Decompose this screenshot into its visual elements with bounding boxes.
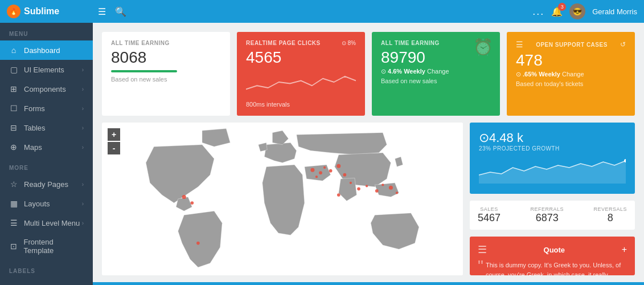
sidebar-item-maps[interactable]: ⊕ Maps ›	[0, 137, 93, 157]
stat-badge-2: ⊙ 8%	[342, 40, 356, 46]
metrics-row: SALES 5467 REFERRALS 6873 REVERSALS 8	[470, 201, 635, 230]
user-name: Gerald Morris	[592, 7, 637, 16]
sidebar-item-multi-level-menu[interactable]: ☰ Multi Level Menu ›	[0, 213, 93, 233]
sidebar-item-frontend-template[interactable]: ⊡ Frontend Template	[0, 233, 93, 260]
growth-value: ⊙4.48 k	[479, 131, 626, 145]
sidebar-label-components: Components	[24, 85, 66, 93]
refresh-icon[interactable]: ↺	[620, 40, 626, 48]
svg-point-8	[343, 173, 346, 177]
stat-title-2: REALTIME PAGE CLICKS	[246, 40, 321, 46]
metric-referrals: REFERRALS 6873	[531, 206, 564, 224]
multi-level-icon: ☰	[9, 218, 18, 227]
sidebar-item-ready-pages[interactable]: ☆ Ready Pages ›	[0, 174, 93, 194]
metric-reversals: REVERSALS 8	[593, 206, 627, 224]
chevron-icon: ›	[82, 67, 84, 73]
quote-add-button[interactable]: +	[622, 245, 627, 255]
stat-value-1: 8068	[111, 48, 221, 67]
ui-elements-icon: ▢	[9, 65, 18, 74]
sidebar-label-ready-pages: Ready Pages	[24, 180, 68, 189]
layouts-icon: ▦	[9, 199, 18, 208]
svg-point-0	[182, 195, 186, 199]
quote-menu-icon[interactable]: ☰	[478, 243, 487, 256]
stat-title-4: OPEN SUPPORT CASES	[523, 42, 620, 48]
topnav: 🔥 Sublime ☰ 🔍 ... 🔔 3 😎 Gerald Morris	[0, 0, 644, 23]
stat-card-support: ☰ OPEN SUPPORT CASES ↺ 478 ⊙ .65% Weekly…	[507, 32, 635, 116]
svg-point-9	[350, 182, 352, 184]
sidebar-label-layouts: Layouts	[24, 199, 50, 208]
more-icon[interactable]: ...	[532, 6, 544, 18]
svg-point-13	[382, 184, 384, 186]
quote-card: ☰ Quote + " This is dummy copy. It's Gre…	[470, 237, 635, 275]
stat-value-2: 4565	[246, 48, 356, 67]
quote-text: " This is dummy copy. It's Greek to you.…	[478, 260, 627, 275]
stat-footer-3: Based on new sales	[381, 78, 491, 84]
sidebar-item-dashboard[interactable]: ⌂ Dashboard	[0, 40, 93, 60]
growth-sparkline	[479, 155, 626, 184]
stat-progress-bar	[111, 70, 177, 72]
main-wrap: MENU ⌂ Dashboard ▢ UI Elements › ⊞ Compo…	[0, 23, 644, 285]
zoom-out-button[interactable]: -	[108, 142, 120, 154]
svg-point-2	[310, 168, 314, 172]
sidebar-item-tables[interactable]: ⊟ Tables ›	[0, 118, 93, 137]
topnav-right: ... 🔔 3 😎 Gerald Morris	[532, 3, 637, 19]
more-section-label: MORE	[0, 157, 93, 174]
svg-point-15	[396, 192, 398, 194]
avatar[interactable]: 😎	[569, 3, 585, 19]
sidebar-label-forms: Forms	[24, 104, 45, 113]
chevron-icon: ›	[82, 181, 84, 188]
metric-sales: SALES 5467	[478, 206, 501, 224]
stat-title-3: ALL TIME EARNING	[381, 40, 440, 46]
frontend-icon: ⊡	[9, 242, 18, 251]
chevron-icon: ›	[82, 220, 84, 226]
sidebar-label-ui-elements: UI Elements	[24, 66, 64, 74]
sales-label: SALES	[478, 206, 501, 212]
dashboard-icon: ⌂	[9, 46, 18, 55]
zoom-in-button[interactable]: +	[108, 128, 120, 141]
svg-point-17	[337, 193, 341, 197]
sidebar-item-layouts[interactable]: ▦ Layouts ›	[0, 194, 93, 213]
clock-icon: ⏰	[473, 38, 493, 56]
ready-pages-icon: ☆	[9, 180, 18, 189]
menu-icon-4: ☰	[516, 40, 523, 49]
tables-icon: ⊟	[9, 123, 18, 132]
stat-change-3: ⊙ 4.6% Weekly Change	[381, 68, 491, 75]
world-map	[102, 123, 463, 275]
stat-card-clicks: REALTIME PAGE CLICKS ⊙ 8% 4565 800ms int…	[237, 32, 365, 116]
chevron-icon: ›	[82, 201, 84, 207]
chevron-icon: ›	[82, 105, 84, 112]
sparkline-svg	[246, 68, 356, 96]
sidebar: MENU ⌂ Dashboard ▢ UI Elements › ⊞ Compo…	[0, 23, 93, 285]
search-icon[interactable]: 🔍	[115, 6, 126, 17]
bottom-bar: 4265 59020 9071 7070	[93, 282, 644, 285]
app-name: Sublime	[24, 6, 59, 17]
stats-row: ALL TIME EARNING 8068 Based on new sales…	[93, 23, 644, 123]
sidebar-item-components[interactable]: ⊞ Components ›	[0, 79, 93, 99]
chevron-icon: ›	[82, 86, 84, 92]
svg-point-4	[323, 166, 326, 169]
svg-point-12	[375, 189, 379, 193]
stat-title-1: ALL TIME EARNING	[111, 40, 170, 46]
growth-label: 23% PROJECTED GROWTH	[479, 145, 626, 152]
stat-footer-2: 800ms intervals	[246, 101, 356, 108]
svg-point-14	[389, 186, 393, 190]
logo: 🔥 Sublime	[7, 5, 98, 18]
hamburger-icon[interactable]: ☰	[98, 6, 106, 17]
topnav-center: ☰ 🔍	[98, 6, 532, 17]
map-controls: + -	[108, 128, 120, 154]
chevron-icon: ›	[82, 125, 84, 131]
svg-point-7	[337, 164, 341, 168]
right-panel: ⊙4.48 k 23% PROJECTED GROWTH SALES 5467	[470, 123, 635, 275]
svg-point-3	[319, 171, 322, 174]
sidebar-item-forms[interactable]: ☐ Forms ›	[0, 99, 93, 118]
stat-card-earning: ALL TIME EARNING 8068 Based on new sales	[102, 32, 230, 116]
sidebar-label-frontend: Frontend Template	[24, 238, 84, 255]
quote-title: Quote	[544, 246, 565, 254]
notification-bell[interactable]: 🔔 3	[551, 6, 563, 17]
svg-point-16	[196, 242, 200, 245]
stat-value-4: 478	[516, 51, 626, 70]
stat-footer-1: Based on new sales	[111, 76, 221, 83]
map-section: + -	[102, 123, 463, 275]
forms-icon: ☐	[9, 104, 18, 113]
labels-section-label: LABELS	[0, 260, 93, 278]
sidebar-item-ui-elements[interactable]: ▢ UI Elements ›	[0, 60, 93, 79]
